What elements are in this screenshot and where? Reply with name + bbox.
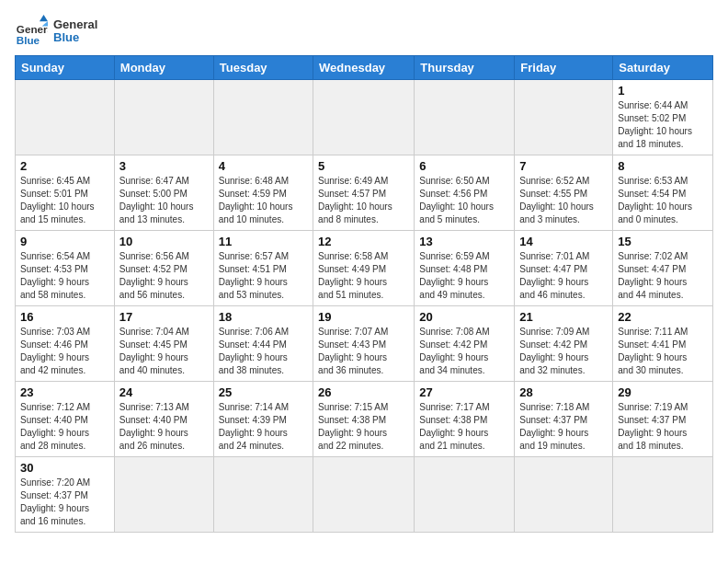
calendar-day-cell: 21Sunrise: 7:09 AM Sunset: 4:42 PM Dayli…	[515, 306, 613, 382]
day-number: 9	[20, 235, 109, 248]
day-info: Sunrise: 6:58 AM Sunset: 4:49 PM Dayligh…	[318, 250, 409, 302]
calendar-day-cell: 13Sunrise: 6:59 AM Sunset: 4:48 PM Dayli…	[415, 231, 515, 306]
day-info: Sunrise: 7:20 AM Sunset: 4:37 PM Dayligh…	[20, 477, 109, 528]
day-number: 1	[618, 84, 708, 98]
day-info: Sunrise: 6:59 AM Sunset: 4:48 PM Dayligh…	[419, 250, 509, 302]
calendar-day-cell: 19Sunrise: 7:07 AM Sunset: 4:43 PM Dayli…	[313, 306, 415, 382]
day-number: 3	[119, 159, 209, 173]
day-info: Sunrise: 7:08 AM Sunset: 4:42 PM Dayligh…	[419, 326, 509, 377]
day-info: Sunrise: 6:53 AM Sunset: 4:54 PM Dayligh…	[618, 175, 708, 226]
day-number: 12	[318, 235, 409, 248]
calendar-day-header: Monday	[114, 56, 213, 80]
day-number: 7	[519, 159, 608, 173]
day-info: Sunrise: 6:47 AM Sunset: 5:00 PM Dayligh…	[119, 175, 209, 226]
calendar-day-cell: 26Sunrise: 7:15 AM Sunset: 4:38 PM Dayli…	[313, 382, 415, 457]
calendar-day-header: Sunday	[16, 56, 115, 80]
day-number: 24	[119, 385, 209, 399]
calendar-week-row: 23Sunrise: 7:12 AM Sunset: 4:40 PM Dayli…	[16, 382, 713, 457]
day-number: 10	[119, 235, 209, 248]
day-info: Sunrise: 7:11 AM Sunset: 4:41 PM Dayligh…	[618, 326, 708, 377]
calendar-day-cell: 18Sunrise: 7:06 AM Sunset: 4:44 PM Dayli…	[213, 306, 313, 382]
day-number: 16	[20, 310, 109, 324]
day-info: Sunrise: 6:45 AM Sunset: 5:01 PM Dayligh…	[20, 175, 109, 226]
calendar-day-cell	[415, 457, 515, 533]
day-number: 28	[519, 385, 608, 399]
logo: General Blue General Blue	[15, 15, 97, 48]
calendar-day-cell	[313, 457, 415, 533]
svg-marker-2	[40, 15, 48, 21]
calendar-day-cell: 3Sunrise: 6:47 AM Sunset: 5:00 PM Daylig…	[114, 155, 213, 231]
calendar-day-cell: 17Sunrise: 7:04 AM Sunset: 4:45 PM Dayli…	[114, 306, 213, 382]
calendar-day-cell: 5Sunrise: 6:49 AM Sunset: 4:57 PM Daylig…	[313, 155, 415, 231]
calendar-day-cell: 24Sunrise: 7:13 AM Sunset: 4:40 PM Dayli…	[114, 382, 213, 457]
day-number: 2	[20, 159, 109, 173]
day-number: 26	[318, 385, 409, 399]
day-number: 20	[419, 310, 509, 324]
calendar-day-cell: 8Sunrise: 6:53 AM Sunset: 4:54 PM Daylig…	[613, 155, 713, 231]
calendar-day-header: Tuesday	[213, 56, 313, 80]
calendar-day-cell: 2Sunrise: 6:45 AM Sunset: 5:01 PM Daylig…	[16, 155, 115, 231]
day-number: 22	[618, 310, 708, 324]
day-info: Sunrise: 7:03 AM Sunset: 4:46 PM Dayligh…	[20, 326, 109, 377]
logo-icon: General Blue	[15, 15, 48, 48]
calendar-day-cell	[114, 80, 213, 155]
day-info: Sunrise: 7:01 AM Sunset: 4:47 PM Dayligh…	[519, 250, 608, 302]
calendar-day-cell	[213, 80, 313, 155]
day-number: 15	[618, 235, 708, 248]
day-info: Sunrise: 6:50 AM Sunset: 4:56 PM Dayligh…	[419, 175, 509, 226]
day-info: Sunrise: 7:02 AM Sunset: 4:47 PM Dayligh…	[618, 250, 708, 302]
day-info: Sunrise: 7:04 AM Sunset: 4:45 PM Dayligh…	[119, 326, 209, 377]
calendar-day-cell: 27Sunrise: 7:17 AM Sunset: 4:38 PM Dayli…	[415, 382, 515, 457]
calendar-week-row: 9Sunrise: 6:54 AM Sunset: 4:53 PM Daylig…	[16, 231, 713, 306]
calendar: SundayMondayTuesdayWednesdayThursdayFrid…	[15, 55, 713, 533]
day-info: Sunrise: 6:57 AM Sunset: 4:51 PM Dayligh…	[219, 250, 308, 302]
day-info: Sunrise: 7:14 AM Sunset: 4:39 PM Dayligh…	[219, 401, 308, 453]
page-header: General Blue General Blue	[15, 15, 713, 48]
calendar-day-cell	[613, 457, 713, 533]
day-number: 30	[20, 461, 109, 475]
calendar-day-cell: 20Sunrise: 7:08 AM Sunset: 4:42 PM Dayli…	[415, 306, 515, 382]
day-info: Sunrise: 6:48 AM Sunset: 4:59 PM Dayligh…	[219, 175, 308, 226]
calendar-day-cell: 14Sunrise: 7:01 AM Sunset: 4:47 PM Dayli…	[515, 231, 613, 306]
calendar-day-cell	[515, 80, 613, 155]
calendar-day-cell	[16, 80, 115, 155]
day-number: 19	[318, 310, 409, 324]
day-info: Sunrise: 7:07 AM Sunset: 4:43 PM Dayligh…	[318, 326, 409, 377]
calendar-day-cell	[213, 457, 313, 533]
day-number: 14	[519, 235, 608, 248]
calendar-day-cell: 30Sunrise: 7:20 AM Sunset: 4:37 PM Dayli…	[16, 457, 115, 533]
day-number: 29	[618, 385, 708, 399]
day-number: 6	[419, 159, 509, 173]
calendar-day-header: Friday	[515, 56, 613, 80]
day-number: 17	[119, 310, 209, 324]
day-info: Sunrise: 7:18 AM Sunset: 4:37 PM Dayligh…	[519, 401, 608, 453]
day-number: 25	[219, 385, 308, 399]
calendar-week-row: 2Sunrise: 6:45 AM Sunset: 5:01 PM Daylig…	[16, 155, 713, 231]
day-info: Sunrise: 7:09 AM Sunset: 4:42 PM Dayligh…	[519, 326, 608, 377]
calendar-day-cell: 25Sunrise: 7:14 AM Sunset: 4:39 PM Dayli…	[213, 382, 313, 457]
day-info: Sunrise: 6:44 AM Sunset: 5:02 PM Dayligh…	[618, 99, 708, 151]
calendar-day-cell: 22Sunrise: 7:11 AM Sunset: 4:41 PM Dayli…	[613, 306, 713, 382]
calendar-day-cell: 12Sunrise: 6:58 AM Sunset: 4:49 PM Dayli…	[313, 231, 415, 306]
calendar-day-cell: 29Sunrise: 7:19 AM Sunset: 4:37 PM Dayli…	[613, 382, 713, 457]
calendar-week-row: 1Sunrise: 6:44 AM Sunset: 5:02 PM Daylig…	[16, 80, 713, 155]
day-info: Sunrise: 6:52 AM Sunset: 4:55 PM Dayligh…	[519, 175, 608, 226]
calendar-day-cell: 4Sunrise: 6:48 AM Sunset: 4:59 PM Daylig…	[213, 155, 313, 231]
calendar-day-cell: 23Sunrise: 7:12 AM Sunset: 4:40 PM Dayli…	[16, 382, 115, 457]
calendar-day-cell: 10Sunrise: 6:56 AM Sunset: 4:52 PM Dayli…	[114, 231, 213, 306]
calendar-day-cell	[515, 457, 613, 533]
day-number: 27	[419, 385, 509, 399]
calendar-day-cell: 28Sunrise: 7:18 AM Sunset: 4:37 PM Dayli…	[515, 382, 613, 457]
calendar-day-cell	[415, 80, 515, 155]
calendar-day-header: Wednesday	[313, 56, 415, 80]
calendar-day-cell: 11Sunrise: 6:57 AM Sunset: 4:51 PM Dayli…	[213, 231, 313, 306]
day-number: 8	[618, 159, 708, 173]
day-number: 13	[419, 235, 509, 248]
calendar-day-cell	[313, 80, 415, 155]
day-info: Sunrise: 7:13 AM Sunset: 4:40 PM Dayligh…	[119, 401, 209, 453]
calendar-day-cell: 6Sunrise: 6:50 AM Sunset: 4:56 PM Daylig…	[415, 155, 515, 231]
day-info: Sunrise: 7:15 AM Sunset: 4:38 PM Dayligh…	[318, 401, 409, 453]
day-info: Sunrise: 7:06 AM Sunset: 4:44 PM Dayligh…	[219, 326, 308, 377]
day-info: Sunrise: 6:56 AM Sunset: 4:52 PM Dayligh…	[119, 250, 209, 302]
day-number: 5	[318, 159, 409, 173]
